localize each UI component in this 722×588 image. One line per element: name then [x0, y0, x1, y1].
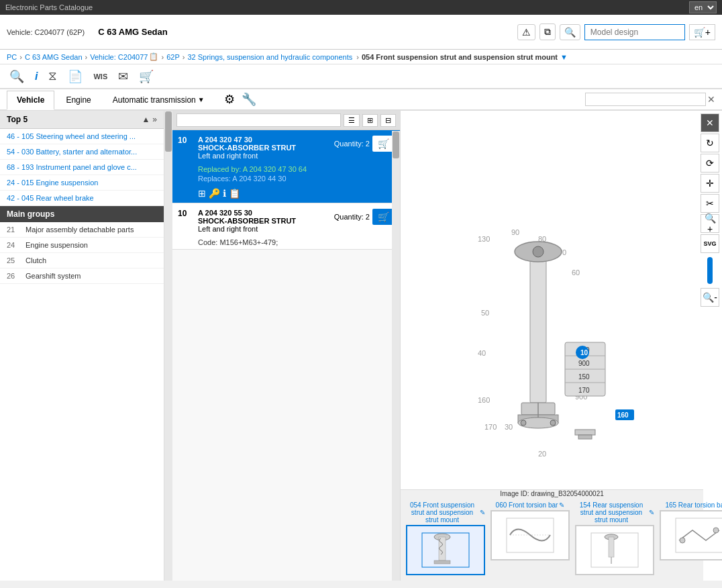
top-bar: Electronic Parts Catalogue en de fr: [0, 0, 722, 15]
thumb-label-1: 060 Front torsion bar ✎: [496, 501, 565, 509]
zoom-in-btn[interactable]: 🔍: [7, 68, 27, 85]
part-0-replaced: Replaced by: A 204 320 47 30 64: [172, 165, 400, 175]
thumb-1-edit-icon[interactable]: ✎: [559, 501, 564, 509]
part-0-name: SHOCK-ABSORBER STRUT: [198, 144, 330, 152]
parts-diagram-svg: 130 90 80 70 60 50 40 30 20 160 150 170 …: [471, 222, 652, 470]
sidebar: Top 5 ▲ » 46 - 105 Steering wheel and st…: [0, 111, 164, 581]
svg-rect-23: [575, 430, 595, 435]
part-0-id: A 204 320 47 30: [198, 136, 330, 144]
diagram-close-btn[interactable]: ✕: [701, 113, 719, 132]
part-0-info-icon[interactable]: ℹ: [223, 188, 226, 199]
part-1-id: A 204 320 55 30: [198, 209, 330, 217]
top5-expand-btn[interactable]: »: [152, 115, 157, 124]
diagram-history-btn[interactable]: ⟳: [701, 154, 719, 173]
thumb-item-2[interactable]: 154 Rear suspension strut and suspension…: [575, 501, 654, 575]
filter-btn[interactable]: ⧖: [46, 68, 60, 85]
diagram-scissors-btn[interactable]: ✂: [701, 194, 719, 213]
part-item-0[interactable]: 10 A 204 320 47 30 SHOCK-ABSORBER STRUT …: [172, 130, 400, 203]
top5-item-2[interactable]: 68 - 193 Instrument panel and glove c...: [0, 160, 164, 175]
parts-panel-icon[interactable]: ⊟: [380, 114, 396, 127]
svg-text:130: 130: [478, 235, 490, 243]
group-item-26[interactable]: 26 Gearshift system: [0, 268, 164, 284]
parts-grid-icon[interactable]: ⊞: [362, 114, 378, 127]
parts-list: ☰ ⊞ ⊟ 10 A 204 320 47 30 SHOCK-ABSORBER …: [172, 111, 401, 581]
svg-rect-28: [439, 537, 446, 560]
svg-point-38: [713, 528, 719, 533]
svg-text:160: 160: [478, 396, 490, 404]
tools-icon[interactable]: 🔧: [239, 89, 259, 109]
model-name: C 63 AMG Sedan: [98, 27, 168, 37]
thumb-img-0[interactable]: [406, 525, 485, 575]
top5-controls: ▲ »: [142, 115, 157, 124]
breadcrumb-vehicle-icon[interactable]: 📋: [149, 52, 158, 61]
thumb-item-3[interactable]: 165 Rear torsion bar ✎: [660, 501, 722, 560]
diagram-svg-btn[interactable]: SVG: [701, 234, 719, 253]
tab-search-clear-btn[interactable]: ✕: [707, 94, 715, 105]
top5-item-3[interactable]: 24 - 015 Engine suspension: [0, 175, 164, 191]
svg-text:150: 150: [578, 373, 590, 381]
sidebar-wrapper: Top 5 ▲ » 46 - 105 Steering wheel and st…: [0, 111, 172, 581]
part-0-copy-icon[interactable]: 📋: [229, 188, 240, 199]
thumb-img-2[interactable]: [575, 525, 654, 575]
parts-list-icon[interactable]: ☰: [344, 114, 360, 127]
diagram-zoom-out-btn[interactable]: 🔍-: [701, 288, 719, 307]
group-item-21[interactable]: 21 Major assembly detachable parts: [0, 222, 164, 238]
diagram-area: ✕ ↻ ⟳ ✛ ✂ 🔍+ SVG 🔍- 130 90 80 70 60 50 4…: [401, 111, 722, 581]
strut-body: [530, 255, 546, 403]
top5-collapse-btn[interactable]: ▲: [142, 115, 150, 124]
tab-vehicle[interactable]: Vehicle: [7, 91, 54, 110]
thumb-2-edit-icon[interactable]: ✎: [649, 509, 654, 516]
thumb-img-1[interactable]: [491, 510, 570, 560]
small-parts: [575, 430, 595, 439]
breadcrumb-model[interactable]: C 63 AMG Sedan: [25, 53, 83, 61]
thumb-img-3[interactable]: [660, 510, 722, 560]
svg-point-37: [680, 538, 685, 543]
search-icon-btn[interactable]: 🔍: [560, 24, 580, 40]
sidebar-scrollbar[interactable]: [164, 111, 172, 581]
thumb-item-1[interactable]: 060 Front torsion bar ✎: [491, 501, 570, 560]
groups-list: 21 Major assembly detachable parts 24 En…: [0, 222, 164, 581]
info-btn[interactable]: i: [32, 69, 40, 84]
top5-item-0[interactable]: 46 - 105 Steering wheel and steering ...: [0, 129, 164, 144]
tab-dropdown-icon[interactable]: ▼: [198, 96, 205, 103]
group-item-25[interactable]: 25 Clutch: [0, 253, 164, 268]
breadcrumb-pc[interactable]: PC: [7, 53, 17, 61]
diagram-zoom-in-btn[interactable]: 🔍+: [701, 214, 719, 233]
part-0-key-icon[interactable]: 🔑: [209, 188, 220, 199]
mail-btn[interactable]: ✉: [115, 68, 131, 85]
diagram-rotate-btn[interactable]: ↻: [701, 134, 719, 152]
cart-add-btn[interactable]: 🛒+: [689, 24, 715, 40]
cart-btn[interactable]: 🛒: [136, 68, 156, 85]
settings-icon[interactable]: ⚙: [221, 89, 238, 109]
part-item-1[interactable]: 10 A 204 320 55 30 SHOCK-ABSORBER STRUT …: [172, 203, 400, 250]
tab-automatic-transmission[interactable]: Automatic transmission ▼: [103, 91, 215, 109]
parts-scrollbar[interactable]: [392, 131, 400, 581]
parts-toolbar: ☰ ⊞ ⊟: [172, 111, 400, 130]
copy-icon-btn[interactable]: ⧉: [539, 23, 556, 40]
wis-btn[interactable]: WIS: [91, 71, 110, 82]
parts-search-input[interactable]: [176, 113, 341, 127]
top5-item-1[interactable]: 54 - 030 Battery, starter and alternator…: [0, 144, 164, 160]
document-btn[interactable]: 📄: [65, 68, 85, 85]
image-id-label: Image ID: drawing_B32054000021: [401, 490, 703, 497]
breadcrumb-32springs[interactable]: 32 Springs, suspension and hydraulic com…: [187, 53, 352, 61]
top5-header: Top 5 ▲ »: [0, 111, 164, 129]
warning-icon-btn[interactable]: ⚠: [517, 24, 535, 40]
parts-scroll-thumb[interactable]: [393, 132, 399, 158]
tab-engine[interactable]: Engine: [56, 91, 101, 109]
part-item-0-header: 10 A 204 320 47 30 SHOCK-ABSORBER STRUT …: [172, 130, 400, 165]
breadcrumb-vehicle[interactable]: Vehicle: C204077: [90, 53, 148, 61]
top5-item-4[interactable]: 42 - 045 Rear wheel brake: [0, 191, 164, 206]
breadcrumb-dropdown-icon[interactable]: ▼: [560, 53, 568, 61]
breadcrumb-62p[interactable]: 62P: [166, 53, 180, 61]
diagram-crosshair-btn[interactable]: ✛: [701, 174, 719, 193]
thumb-0-edit-icon[interactable]: ✎: [480, 509, 485, 516]
diagram-scroll-thumb[interactable]: [707, 257, 713, 284]
thumb-item-0[interactable]: 054 Front suspension strut and suspensio…: [406, 501, 485, 575]
model-design-input[interactable]: [584, 24, 685, 40]
tab-search-input[interactable]: [585, 93, 706, 106]
part-0-grid-icon[interactable]: ⊞: [198, 188, 206, 199]
group-item-24[interactable]: 24 Engine suspension: [0, 238, 164, 253]
sidebar-scroll-thumb[interactable]: [165, 111, 172, 152]
language-select[interactable]: en de fr: [689, 1, 717, 13]
